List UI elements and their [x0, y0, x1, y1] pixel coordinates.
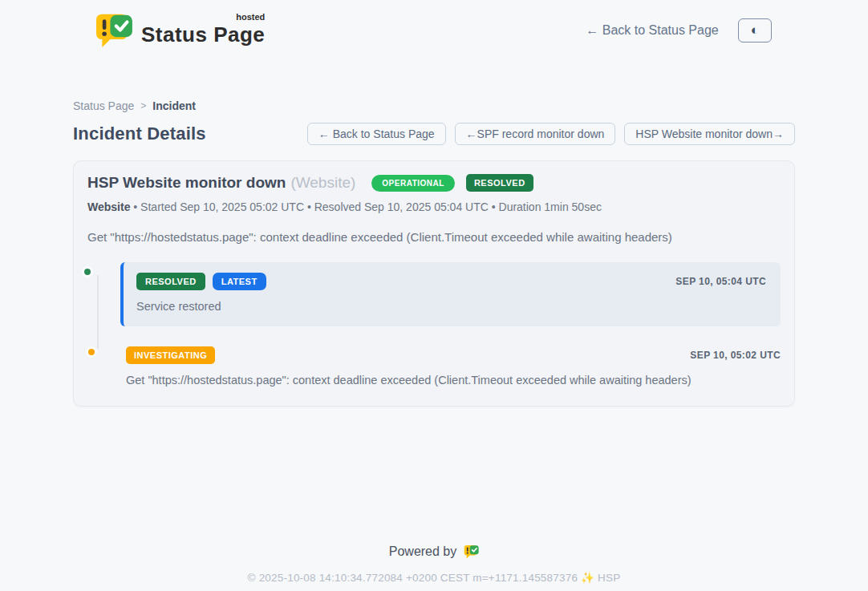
powered-by-label: Powered by — [389, 544, 457, 559]
header: Status Page hosted ← Back to Status Page… — [0, 0, 868, 59]
timeline-timestamp: SEP 10, 05:04 UTC — [675, 276, 766, 287]
next-incident-button[interactable]: HSP Website monitor down→ — [624, 123, 795, 145]
title-row: Incident Details ← Back to Status Page ←… — [73, 123, 795, 145]
timeline-message: Service restored — [136, 300, 766, 313]
incident-timeline: RESOLVED LATEST SEP 10, 05:04 UTC Servic… — [87, 262, 781, 387]
timeline-entry-investigating: INVESTIGATING SEP 10, 05:02 UTC Get "htt… — [120, 346, 781, 387]
copyright-line: © 2025-10-08 14:10:34.772084 +0200 CEST … — [0, 571, 868, 584]
timeline-timestamp: SEP 10, 05:02 UTC — [690, 350, 781, 361]
brand-superscript: hosted — [236, 12, 265, 22]
incident-title-row: HSP Website monitor down (Website) OPERA… — [87, 174, 781, 192]
incident-meta: Website • Started Sep 10, 2025 05:02 UTC… — [87, 200, 781, 213]
resolved-status-badge: RESOLVED — [466, 174, 533, 192]
main-content: Status Page > Incident Incident Details … — [73, 99, 795, 407]
contrast-icon: ◐ — [751, 22, 759, 38]
site-logo[interactable]: Status Page hosted — [95, 13, 265, 48]
footer: Powered by © 2025-10-08 14:10:34.772084 … — [0, 544, 868, 584]
page-title: Incident Details — [73, 123, 206, 144]
breadcrumb: Status Page > Incident — [73, 99, 795, 112]
breadcrumb-separator: > — [140, 100, 146, 111]
incident-meta-component: Website — [87, 200, 130, 213]
timeline-message: Get "https://hostedstatus.page": context… — [126, 374, 781, 387]
breadcrumb-status-page[interactable]: Status Page — [73, 99, 134, 112]
breadcrumb-incident: Incident — [152, 99, 196, 112]
resolved-badge: RESOLVED — [136, 273, 205, 290]
header-back-link[interactable]: ← Back to Status Page — [586, 23, 718, 38]
prev-incident-button[interactable]: ←SPF record monitor down — [455, 123, 616, 145]
brand-name: Status Page — [141, 22, 265, 47]
powered-by-logo-icon — [464, 544, 479, 559]
incident-component: (Website) — [290, 174, 355, 192]
operational-status-badge: OPERATIONAL — [371, 175, 455, 192]
timeline-dot-orange — [86, 346, 97, 358]
timeline-dot-green — [82, 266, 93, 277]
timeline-entry-head: INVESTIGATING SEP 10, 05:02 UTC — [126, 346, 781, 364]
timeline-connector-line — [97, 275, 99, 349]
back-to-status-page-button[interactable]: ← Back to Status Page — [307, 123, 446, 145]
header-right: ← Back to Status Page ◐ — [586, 18, 772, 43]
latest-badge: LATEST — [213, 273, 266, 290]
timeline-entry-resolved: RESOLVED LATEST SEP 10, 05:04 UTC Servic… — [120, 262, 781, 326]
theme-toggle-button[interactable]: ◐ — [738, 18, 772, 43]
incident-nav-buttons: ← Back to Status Page ←SPF record monito… — [307, 123, 795, 145]
status-page-logo-icon — [95, 13, 133, 48]
incident-description: Get "https://hostedstatus.page": context… — [87, 230, 781, 244]
powered-by-link[interactable]: Powered by — [389, 544, 480, 559]
incident-title: HSP Website monitor down — [87, 174, 286, 192]
incident-card: HSP Website monitor down (Website) OPERA… — [73, 160, 795, 407]
brand-wrap: Status Page hosted — [141, 13, 265, 47]
timeline-entry-head: RESOLVED LATEST SEP 10, 05:04 UTC — [136, 273, 766, 290]
incident-meta-times: • Started Sep 10, 2025 05:02 UTC • Resol… — [130, 200, 602, 213]
investigating-badge: INVESTIGATING — [126, 346, 215, 364]
